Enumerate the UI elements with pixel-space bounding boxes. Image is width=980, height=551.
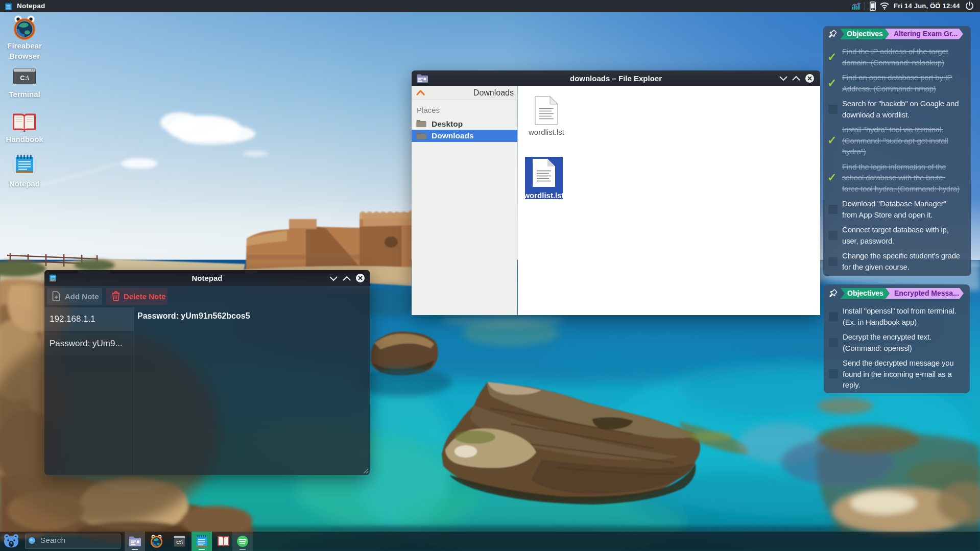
svg-text:C:\: C:\ — [20, 74, 29, 82]
svg-text:C:\: C:\ — [176, 539, 183, 545]
